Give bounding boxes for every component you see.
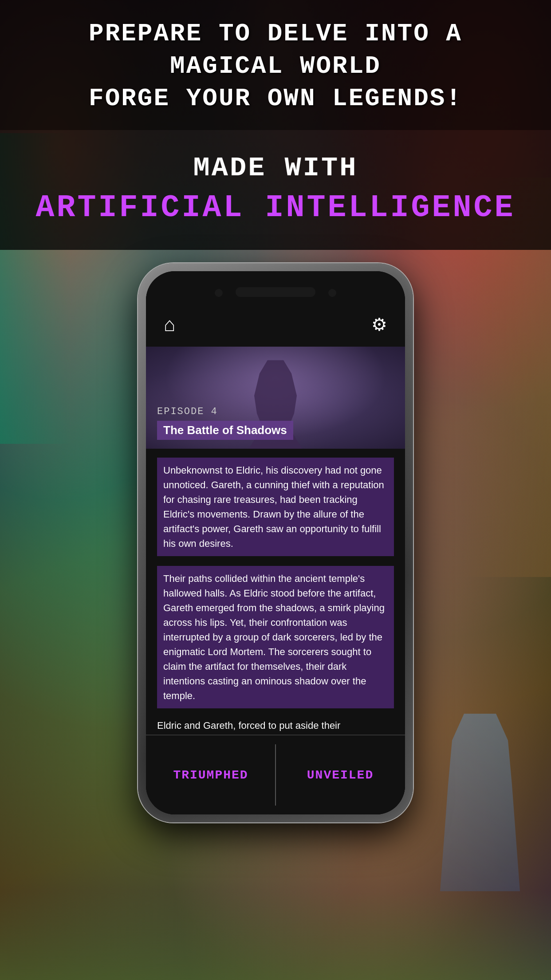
story-paragraph-2: Their paths collided within the ancient … [157,566,394,708]
headline-line2: FORGE YOUR OWN LEGENDS! [89,84,462,113]
ai-label: ARTIFICIAL INTELLIGENCE [27,190,524,225]
episode-label-container: EPISODE 4 The Battle of Shadows [157,406,293,440]
notch-bar [236,287,315,297]
headline-text: PREPARE TO DELVE INTO A MAGICAL WORLD FO… [27,18,524,115]
phone-area: ⌂ ⚙ EPISODE 4 The Battle of Shadows Unbe… [0,250,551,822]
made-with-label: MADE WITH [27,152,524,184]
app-header: ⌂ ⚙ [146,302,405,347]
episode-image: EPISODE 4 The Battle of Shadows [146,347,405,449]
choice-unveiled-button[interactable]: UNVEILED [276,759,405,791]
episode-title: The Battle of Shadows [157,421,293,440]
camera-dot-left [215,289,223,297]
episode-number: EPISODE 4 [157,406,293,417]
story-paragraph-3: Eldric and Gareth, forced to put aside t… [157,718,394,733]
phone-frame: ⌂ ⚙ EPISODE 4 The Battle of Shadows Unbe… [138,263,413,822]
settings-icon[interactable]: ⚙ [371,314,387,335]
phone-notch [146,271,405,302]
choices-area: TRIUMPHED UNVEILED [146,735,405,814]
story-paragraph-1: Unbeknownst to Eldric, his discovery had… [157,458,394,556]
story-content: Unbeknownst to Eldric, his discovery had… [146,449,405,773]
camera-dot-right [328,289,336,297]
top-banner: PREPARE TO DELVE INTO A MAGICAL WORLD FO… [0,0,551,130]
ground-plants [0,891,551,980]
choice-divider [275,744,276,806]
choice-triumphed-button[interactable]: TRIUMPHED [146,759,276,791]
phone-screen: ⌂ ⚙ EPISODE 4 The Battle of Shadows Unbe… [146,302,405,814]
phone-inner: ⌂ ⚙ EPISODE 4 The Battle of Shadows Unbe… [146,271,405,814]
home-icon[interactable]: ⌂ [164,313,176,336]
middle-banner: MADE WITH ARTIFICIAL INTELLIGENCE [0,130,551,250]
headline-line1: PREPARE TO DELVE INTO A MAGICAL WORLD [89,20,462,80]
